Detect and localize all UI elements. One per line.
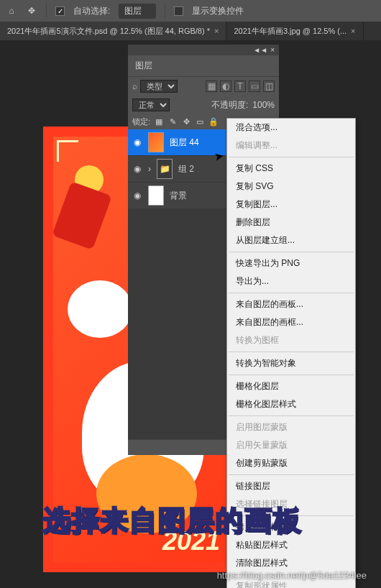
- cow-illustration: [68, 280, 132, 338]
- opacity-label: 不透明度:: [211, 99, 248, 111]
- menu-separator: [229, 474, 354, 475]
- filter-shape-icon[interactable]: ▭: [249, 81, 260, 92]
- close-icon[interactable]: ×: [351, 27, 355, 35]
- context-menu-item[interactable]: 混合选项...: [227, 119, 355, 137]
- close-panel-icon[interactable]: ×: [270, 46, 275, 54]
- context-menu-item[interactable]: 复制图层...: [227, 196, 355, 213]
- lock-pixels-icon[interactable]: ✎: [167, 117, 178, 127]
- context-menu-item: 启用图层蒙版: [227, 418, 355, 436]
- filter-adjust-icon[interactable]: ◐: [220, 81, 231, 92]
- panel-tab-layers[interactable]: 图层: [128, 55, 279, 77]
- tab-document-2[interactable]: 2021牛年插画3.jpg @ 12.5% (... ×: [226, 22, 363, 40]
- context-menu-item[interactable]: 来自图层的画板...: [227, 295, 355, 313]
- menu-separator: [229, 352, 354, 352]
- lock-icon[interactable]: 🔒: [208, 117, 219, 127]
- context-menu-item[interactable]: 链接图层: [227, 477, 355, 495]
- move-icon[interactable]: ✥: [26, 5, 37, 17]
- context-menu-item[interactable]: 复制 SVG: [227, 178, 355, 196]
- options-toolbar: ⌂ ✥ ✓ 自动选择: 图层 显示变换控件: [0, 0, 381, 22]
- menu-separator: [229, 252, 354, 252]
- panel-header[interactable]: ◄◄×: [128, 45, 279, 55]
- home-icon[interactable]: ⌂: [6, 5, 17, 17]
- search-icon: ⌕: [132, 81, 137, 91]
- filter-smart-icon[interactable]: ◫: [263, 81, 275, 92]
- visibility-icon[interactable]: ◉: [132, 190, 142, 201]
- context-menu-item[interactable]: 栅格化图层样式: [227, 395, 355, 413]
- layer-thumbnail[interactable]: [148, 132, 164, 152]
- show-transform-checkbox[interactable]: [174, 6, 183, 16]
- menu-separator: [229, 293, 354, 293]
- context-menu-item[interactable]: 来自图层的画框...: [227, 313, 355, 331]
- document-tabs: 2021牛年插画5演示文件.psd @ 12.5% (图层 44, RGB/8)…: [0, 22, 381, 40]
- menu-separator: [229, 375, 354, 375]
- tab-document-1[interactable]: 2021牛年插画5演示文件.psd @ 12.5% (图层 44, RGB/8)…: [0, 22, 226, 40]
- context-menu-item: 编辑调整...: [227, 137, 355, 155]
- visibility-icon[interactable]: ◉: [132, 164, 142, 174]
- auto-select-dropdown[interactable]: 图层: [119, 4, 156, 19]
- filter-pixel-icon[interactable]: ▦: [206, 81, 217, 92]
- context-menu-item[interactable]: 创建剪贴蒙版: [227, 454, 355, 472]
- lock-position-icon[interactable]: ✥: [181, 117, 191, 127]
- context-menu-item[interactable]: 复制 CSS: [227, 160, 355, 178]
- layer-filter-row: ⌕ 类型 ▦ ◐ T ▭ ◫: [128, 77, 279, 96]
- context-menu-item: 转换为图框: [227, 331, 355, 349]
- instruction-caption: 选择来自图层的画板: [43, 502, 302, 539]
- context-menu-item[interactable]: 从图层建立组...: [227, 231, 355, 249]
- context-menu-item[interactable]: 快速导出为 PNG: [227, 254, 355, 272]
- context-menu-item[interactable]: 导出为...: [227, 272, 355, 290]
- menu-separator: [229, 415, 354, 416]
- layer-name[interactable]: 图层 44: [170, 137, 199, 149]
- context-menu-item[interactable]: 删除图层: [227, 213, 355, 231]
- menu-separator: [229, 157, 354, 157]
- filter-type-dropdown[interactable]: 类型: [140, 80, 178, 93]
- layer-name[interactable]: 背景: [170, 190, 187, 202]
- filter-type-icon[interactable]: T: [234, 81, 246, 92]
- show-transform-label: 显示变换控件: [192, 5, 244, 17]
- lock-artboard-icon[interactable]: ▭: [195, 117, 205, 127]
- collapse-icon[interactable]: ◄◄: [253, 46, 267, 54]
- context-menu-item: 启用矢量蒙版: [227, 436, 355, 454]
- lock-label: 锁定:: [132, 116, 150, 127]
- close-icon[interactable]: ×: [214, 27, 219, 35]
- context-menu-item[interactable]: 栅格化图层: [227, 377, 355, 395]
- chevron-right-icon[interactable]: ›: [148, 164, 151, 174]
- auto-select-checkbox[interactable]: ✓: [55, 6, 65, 16]
- folder-icon[interactable]: 📁: [157, 159, 173, 179]
- layer-name[interactable]: 组 2: [178, 163, 194, 175]
- opacity-value[interactable]: 100%: [252, 100, 275, 110]
- lock-all-icon[interactable]: ▦: [154, 117, 164, 127]
- watermark-text: https://blog.csdn.net/p@5da1234lee: [217, 570, 367, 581]
- layer-thumbnail[interactable]: [148, 185, 164, 206]
- context-menu-item[interactable]: 转换为智能对象: [227, 354, 355, 372]
- visibility-icon[interactable]: ◉: [132, 137, 142, 147]
- auto-select-label: 自动选择:: [73, 5, 110, 17]
- blend-mode-dropdown[interactable]: 正常: [132, 98, 170, 111]
- blend-row: 正常 不透明度: 100%: [128, 96, 279, 114]
